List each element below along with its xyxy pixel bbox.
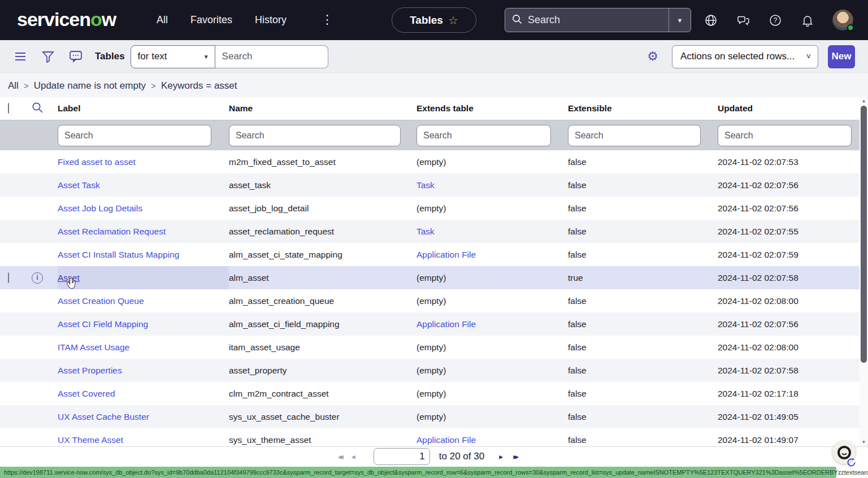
table-row[interactable]: Asset CI Install Status Mappingalm_asset…	[0, 243, 860, 266]
first-page-button[interactable]: ◂◂	[338, 452, 344, 461]
scrollbar-down-arrow[interactable]: ▼	[860, 438, 868, 446]
record-label-link[interactable]: Asset Job Log Details	[58, 203, 142, 214]
extends-table-value: (empty)	[416, 296, 568, 306]
extends-table-link[interactable]: Task	[416, 180, 435, 190]
filter-input-updated[interactable]	[718, 125, 852, 146]
breadcrumb-update-name[interactable]: Update name is not empty	[34, 80, 146, 92]
previous-page-button[interactable]: ◂	[351, 452, 358, 461]
info-icon[interactable]: i	[32, 272, 43, 284]
record-label-link[interactable]: Asset CI Install Status Mapping	[58, 250, 179, 260]
vertical-scrollbar[interactable]: ▲ ▼	[860, 97, 868, 446]
page-number-input[interactable]	[374, 448, 430, 465]
filter-input-extensible[interactable]	[568, 125, 701, 146]
table-row[interactable]: UX Theme Assetsys_ux_theme_assetApplicat…	[0, 428, 860, 446]
table-row[interactable]: Asset Taskasset_taskTaskfalse2024-11-02 …	[0, 173, 860, 197]
pinned-tab-tables[interactable]: Tables ☆	[392, 7, 476, 33]
column-header-label[interactable]: Label	[58, 103, 229, 114]
feedback-bubble-icon[interactable]	[69, 50, 83, 63]
last-page-button[interactable]: ▸▸	[513, 452, 519, 461]
updated-value: 2024-11-02 02:07:55	[718, 227, 860, 237]
record-label-link[interactable]: Asset Reclamation Request	[58, 227, 166, 237]
updated-value: 2024-11-02 01:49:05	[718, 412, 860, 422]
extensible-value: false	[568, 180, 718, 190]
scrollbar-thumb[interactable]	[861, 106, 867, 363]
extends-table-value: (empty)	[416, 203, 568, 214]
chat-icon[interactable]	[736, 13, 750, 28]
breadcrumb-all[interactable]: All	[8, 80, 19, 92]
record-label-link[interactable]: Asset Covered	[58, 389, 115, 399]
extends-table-value: (empty)	[416, 412, 568, 422]
search-type-value: for text	[138, 51, 167, 62]
extensible-value: false	[568, 157, 718, 167]
nav-history[interactable]: History	[255, 14, 287, 26]
help-icon[interactable]: ?	[768, 13, 783, 28]
servicenow-logo[interactable]: servicenow	[17, 8, 116, 31]
column-header-extensible[interactable]: Extensible	[568, 103, 718, 114]
notifications-bell-icon[interactable]	[800, 13, 815, 28]
next-page-button[interactable]: ▸	[499, 452, 505, 461]
table-row[interactable]: iAssetalm_asset(empty)true2024-11-02 02:…	[0, 266, 860, 289]
updated-value: 2024-11-02 02:08:00	[718, 342, 860, 353]
record-label-link[interactable]: Asset Task	[58, 180, 100, 190]
search-scope-dropdown[interactable]: ▼	[669, 17, 691, 24]
table-body: Fixed asset to assetm2m_fixed_asset_to_a…	[0, 150, 860, 446]
filter-input-extends-table[interactable]	[416, 125, 551, 146]
search-type-select[interactable]: for text ▼	[131, 45, 215, 68]
column-header-name[interactable]: Name	[229, 103, 416, 114]
extensible-value: false	[568, 366, 718, 376]
filter-icon[interactable]	[41, 50, 55, 63]
row-checkbox[interactable]	[8, 272, 9, 283]
gear-icon[interactable]: ⚙	[647, 49, 658, 64]
more-menu-icon[interactable]: ⋮	[321, 12, 333, 27]
record-label-link[interactable]: ITAM Asset Usage	[58, 342, 129, 353]
breadcrumb-keywords[interactable]: Keywords = asset	[161, 80, 237, 92]
actions-on-selected-rows-select[interactable]: Actions on selected rows... ˅	[672, 45, 818, 68]
filter-input-name[interactable]	[229, 125, 401, 146]
new-button[interactable]: New	[828, 45, 855, 68]
record-name: m2m_fixed_asset_to_asset	[229, 157, 416, 167]
global-search[interactable]: Search ▼	[505, 8, 691, 32]
globe-icon[interactable]	[704, 13, 718, 28]
table-row[interactable]: Asset Creation Queuealm_asset_creation_q…	[0, 289, 860, 312]
chevron-down-icon: ▼	[203, 54, 209, 60]
extensible-value: true	[568, 273, 718, 283]
column-header-updated[interactable]: Updated	[718, 103, 860, 114]
column-search-icon[interactable]	[32, 102, 58, 116]
record-label-link[interactable]: UX Theme Asset	[58, 435, 123, 445]
pagination: ◂◂ ◂ to 20 of 30 ▸ ▸▸	[338, 448, 519, 465]
table-row[interactable]: Asset Coveredclm_m2m_contract_asset(empt…	[0, 382, 860, 405]
updated-value: 2024-11-02 02:07:58	[718, 273, 860, 283]
table-row[interactable]: Asset Propertiesasset_property(empty)fal…	[0, 359, 860, 382]
record-name: alm_asset_ci_state_mapping	[229, 250, 416, 260]
nav-favorites[interactable]: Favorites	[190, 14, 232, 26]
extends-table-link[interactable]: Application File	[416, 250, 476, 259]
table-row[interactable]: ITAM Asset Usageitam_asset_usage(empty)f…	[0, 336, 860, 359]
record-name: alm_asset_ci_field_mapping	[229, 319, 416, 329]
table-row[interactable]: Asset Job Log Detailsasset_job_log_detai…	[0, 197, 860, 220]
record-label-link[interactable]: Asset Properties	[58, 366, 122, 376]
scrollbar-up-arrow[interactable]: ▲	[860, 97, 868, 105]
list-context-menu-icon[interactable]	[14, 50, 27, 63]
filter-input-label[interactable]	[58, 125, 211, 146]
extends-table-link[interactable]: Application File	[416, 435, 476, 445]
pagination-range-text: to 20 of 30	[439, 451, 484, 462]
record-label-link[interactable]: Asset CI Field Mapping	[58, 319, 148, 329]
record-label-link[interactable]: Asset Creation Queue	[58, 296, 144, 306]
table-row[interactable]: Asset CI Field Mappingalm_asset_ci_field…	[0, 312, 860, 336]
table-row[interactable]: Fixed asset to assetm2m_fixed_asset_to_a…	[0, 150, 860, 173]
record-name: asset_job_log_detail	[229, 203, 416, 214]
list-search-input[interactable]	[215, 45, 328, 68]
extends-table-link[interactable]: Task	[416, 227, 435, 236]
user-avatar[interactable]	[832, 10, 853, 31]
updated-value: 2024-11-02 02:07:56	[718, 319, 860, 329]
online-status-dot	[847, 24, 854, 31]
extends-table-link[interactable]: Application File	[416, 319, 476, 329]
nav-all[interactable]: All	[157, 14, 168, 26]
column-header-extends-table[interactable]: Extends table	[416, 103, 568, 114]
table-row[interactable]: Asset Reclamation Requestasset_reclamati…	[0, 220, 860, 243]
record-label-link[interactable]: Fixed asset to asset	[58, 157, 136, 167]
star-icon[interactable]: ☆	[448, 14, 458, 27]
select-all-checkbox[interactable]	[8, 103, 9, 114]
record-label-link[interactable]: UX Asset Cache Buster	[58, 412, 149, 422]
table-row[interactable]: UX Asset Cache Bustersys_ux_asset_cache_…	[0, 405, 860, 428]
